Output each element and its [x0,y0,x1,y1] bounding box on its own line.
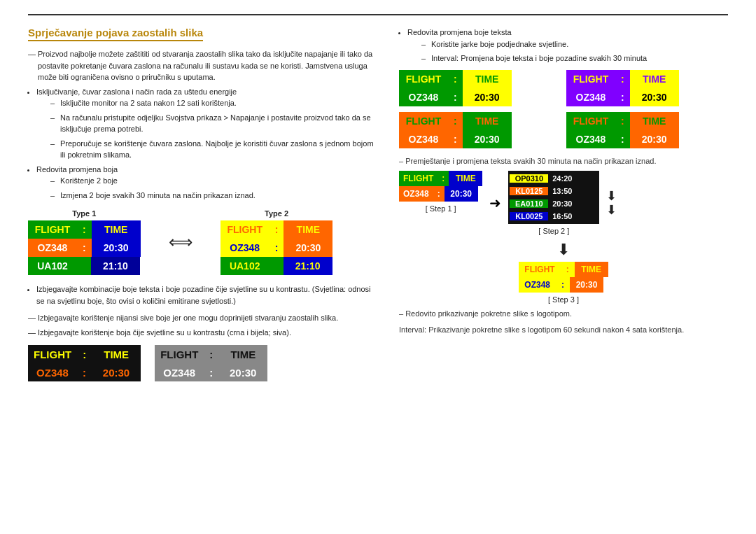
rb3-time: TIME [463,112,512,130]
rb3-time-d: 20:30 [463,130,512,148]
s3-time-d: 20:30 [570,277,603,293]
bullet-item-2: Redovita promjena boja Korištenje 2 boje… [36,164,378,202]
t2-flight-header: FLIGHT [220,220,270,239]
step1-board: FLIGHT : TIME OZ348 : 20:30 [399,171,482,202]
dash-item-5: Izmjena 2 boje svakih 30 minuta na način… [50,190,378,202]
t2-time1: 20:30 [284,239,332,257]
bullet-item-1: Isključivanje, čuvar zaslona i način rad… [36,86,378,161]
step3-board: FLIGHT : TIME OZ348 : 20:30 [519,262,608,293]
step2-row-1: OP0310 24:20 [510,172,598,185]
s3-colon-d: : [556,277,570,293]
step3-label: [ Step 3 ] [548,295,579,304]
s3-time: TIME [575,262,608,277]
gray-board: FLIGHT : TIME OZ348 : 20:30 [155,345,267,381]
s2-time-2: 13:50 [548,187,576,195]
right-dash-1: Koristite jarke boje podjednake svjetlin… [421,38,728,50]
right-boards-grid: FLIGHT : TIME OZ348 : 20:30 FLIGHT : TIM… [399,70,728,148]
rb2-colon-h: : [615,70,630,88]
t1-time1: 20:30 [92,239,141,257]
t2-colon1: : [270,239,284,257]
emdash2: Izbjegavajte korištenje boja čije svjetl… [28,327,378,339]
bb-time-d: 20:30 [92,363,141,381]
dash-item-1: Isključite monitor na 2 sata nakon 12 sa… [50,97,378,109]
rb1-time-d: 20:30 [463,88,512,106]
s3-flight: FLIGHT [519,262,560,277]
gb-colon-d: : [204,363,218,381]
t2-oz-row1: OZ348 [220,239,270,257]
rb1-time: TIME [463,70,512,88]
step-arrow-1: ➜ [489,195,501,211]
s2-time-4: 16:50 [548,212,576,220]
rb4-oz: OZ348 [566,130,615,148]
intro-text: Proizvod najbolje možete zaštititi od st… [28,48,378,83]
s1-time: TIME [449,171,482,186]
dash-item-2: Na računalu pristupite odjeljku Svojstva… [50,112,378,135]
rb4-time: TIME [630,112,679,130]
t1-time-header: TIME [92,220,141,239]
gb-oz: OZ348 [155,363,204,381]
t1-colon2 [77,257,91,275]
t2-colon2 [270,257,284,275]
right-board-1: FLIGHT : TIME OZ348 : 20:30 [399,70,561,106]
right-board-2: FLIGHT : TIME OZ348 : 20:30 [566,70,728,106]
bottom-note-main: – Redovito prikazivanje pokretne slike s… [399,308,728,320]
t1-flight-header: FLIGHT [28,220,77,239]
s3-colon-h: : [561,262,575,277]
bb-colon-h: : [77,345,92,363]
s2-code-3: EA0110 [510,199,548,208]
rb1-colon-d: : [448,88,463,106]
rb2-flight: FLIGHT [566,70,615,88]
right-board-3: FLIGHT : TIME OZ348 : 20:30 [399,112,561,148]
down-arrow-2: ⬇ [606,204,617,216]
rb2-colon-d: : [615,88,630,106]
rb2-time-d: 20:30 [630,88,679,106]
step3-arrow-down: ⬇ [557,241,570,259]
down-arrow-1: ⬇ [606,190,617,202]
black-board: FLIGHT : TIME OZ348 : 20:30 [28,345,141,381]
rb4-colon-h: : [615,112,630,130]
t1-colon-header: : [77,220,92,239]
rb2-time: TIME [630,70,679,88]
step3-wrapper: ⬇ FLIGHT : TIME OZ348 : 20:30 [ Step 3 ] [399,241,728,304]
gb-flight: FLIGHT [155,345,204,363]
bottom-boards: FLIGHT : TIME OZ348 : 20:30 FLIGHT : TIM… [28,345,378,381]
s1-time-d: 20:30 [444,186,478,202]
section-title: Sprječavanje pojava zaostalih slika [28,27,203,41]
right-dash-2: Interval: Promjena boje teksta i boje po… [421,52,728,64]
t1-colon1: : [77,239,92,257]
type1-board: FLIGHT : TIME OZ348 : 20:30 UA102 21:10 [28,220,141,275]
bb-colon-d: : [77,363,92,381]
gb-time: TIME [218,345,267,363]
rb3-colon-d: : [448,130,463,148]
bullet-list-2: Izbjegavajte kombinacije boje teksta i b… [36,283,378,307]
s2-code-4: KL0025 [510,212,548,220]
gb-colon-h: : [204,345,218,363]
s2-time-1: 24:20 [548,174,576,183]
types-row: Type 1 FLIGHT : TIME OZ348 : 20:30 UA102 [28,209,378,275]
type2-label: Type 2 [220,209,333,218]
rb1-flight: FLIGHT [399,70,448,88]
t2-time-header: TIME [284,220,332,239]
rb4-flight: FLIGHT [566,112,615,130]
t1-time2: 21:10 [91,257,140,275]
rb2-oz: OZ348 [566,88,615,106]
dash-item-3: Preporučuje se korištenje čuvara zaslona… [50,138,378,161]
s2-code-1: OP0310 [510,174,548,183]
bottom-note-sub: Interval: Prikazivanje pokretne slike s … [399,324,728,336]
bb-flight: FLIGHT [28,345,77,363]
left-column: Sprječavanje pojava zaostalih slika Proi… [28,27,378,381]
rb3-colon-h: : [448,112,463,130]
right-bullet-list: Redovita promjena boje teksta Koristite … [407,27,728,64]
dash-item-4: Korištenje 2 boje [50,175,378,187]
rb3-flight: FLIGHT [399,112,448,130]
type2-section: Type 2 FLIGHT : TIME OZ348 : 20:30 UA102 [220,209,333,275]
s2-time-3: 20:30 [548,199,576,208]
rb1-colon-h: : [448,70,463,88]
t2-colon-header: : [270,220,284,239]
step2-row-3: EA0110 20:30 [510,197,598,210]
s3-oz: OZ348 [519,277,556,293]
bb-oz: OZ348 [28,363,77,381]
emdash1: Izbjegavajte korištenje nijansi sive boj… [28,312,378,324]
t2-time2: 21:10 [284,257,332,275]
s1-colon-d: : [433,186,444,202]
